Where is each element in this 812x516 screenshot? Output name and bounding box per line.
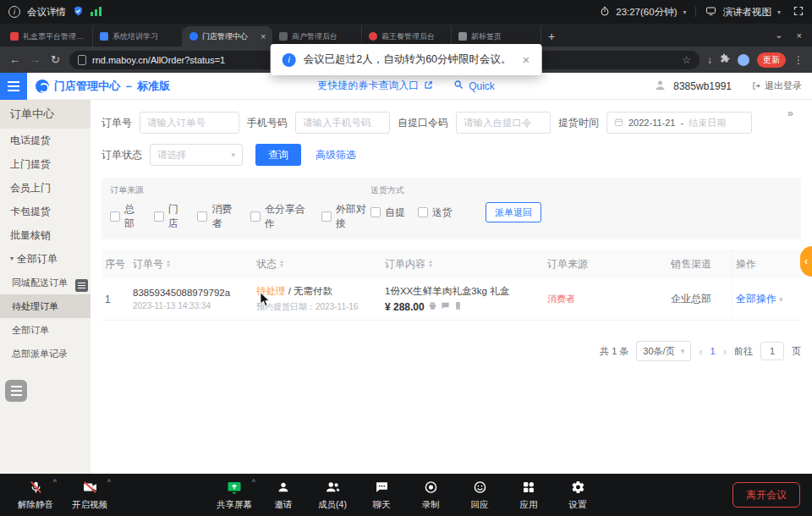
fullscreen-icon[interactable] bbox=[793, 6, 804, 18]
table-row[interactable]: 1 83859345088979792a 2023-11-13 14:33:34… bbox=[102, 278, 801, 321]
settings-button[interactable]: 设置 bbox=[554, 480, 601, 511]
window-close-icon[interactable]: × bbox=[797, 30, 802, 41]
external-link-icon[interactable] bbox=[424, 80, 433, 92]
browser-profile-avatar[interactable] bbox=[738, 54, 749, 66]
mic-options-caret-icon[interactable]: ^ bbox=[53, 478, 57, 486]
collapse-panel-icon[interactable]: » bbox=[787, 107, 793, 119]
sidebar-item-pending-orders[interactable]: 待处理订单 bbox=[0, 294, 91, 318]
share-screen-button[interactable]: 共享屏幕 ^ bbox=[211, 480, 258, 511]
col-header-content[interactable]: 订单内容▲▼ bbox=[381, 257, 544, 272]
toast-close-icon[interactable]: × bbox=[523, 52, 530, 67]
forward-icon[interactable]: → bbox=[29, 53, 41, 66]
browser-tab[interactable]: 礼盒票平台管理中心 bbox=[3, 26, 93, 47]
browser-tab-active[interactable]: 门店管理中心 × bbox=[183, 26, 272, 47]
meeting-info-icon[interactable]: i bbox=[8, 6, 20, 18]
share-options-caret-icon[interactable]: ^ bbox=[252, 478, 255, 486]
download-icon[interactable]: ↓ bbox=[707, 54, 712, 66]
browser-tab[interactable]: 系统培训学习 bbox=[93, 26, 183, 47]
network-signal-icon[interactable] bbox=[91, 6, 102, 18]
apps-button[interactable]: 应用 bbox=[505, 480, 552, 511]
checkbox-source-warehouse[interactable]: 仓分享合作 bbox=[250, 202, 309, 231]
checkbox-source-store[interactable]: 门店 bbox=[154, 202, 185, 231]
next-page-icon[interactable]: › bbox=[723, 345, 727, 358]
browser-update-button[interactable]: 更新 bbox=[757, 52, 786, 68]
sidebar-item-all-orders[interactable]: 全部订单 bbox=[0, 318, 91, 342]
checkbox-source-external[interactable]: 外部对接 bbox=[321, 202, 370, 231]
unmute-button[interactable]: 解除静音 ^ bbox=[12, 480, 59, 511]
sidebar-item-door-pickup[interactable]: 上门提货 bbox=[0, 152, 91, 176]
url-text: rnd.maboy.cn/AllOrder?status=1 bbox=[92, 55, 225, 65]
invite-button[interactable]: 邀请 bbox=[260, 480, 307, 511]
quick-search-label[interactable]: Quick bbox=[469, 80, 495, 92]
sidebar-item-hq-dispatch[interactable]: 总部派单记录 bbox=[0, 342, 91, 365]
sort-icon[interactable]: ▲▼ bbox=[428, 260, 433, 268]
quick-entry-link[interactable]: 更快捷的券卡查询入口 bbox=[317, 79, 419, 93]
tab-favicon bbox=[369, 32, 377, 41]
page-size-select[interactable]: 30条/页 ▾ bbox=[636, 341, 691, 361]
date-end-placeholder[interactable]: 结束日期 bbox=[689, 117, 726, 129]
row-actions-dropdown[interactable]: 全部操作 ▾ bbox=[736, 292, 783, 306]
sort-icon[interactable]: ▲▼ bbox=[166, 260, 171, 268]
prev-page-icon[interactable]: ‹ bbox=[699, 345, 702, 358]
date-range-picker[interactable]: 2022-11-21 - 结束日期 bbox=[606, 112, 752, 134]
checkbox-source-hq[interactable]: 总部 bbox=[110, 202, 141, 231]
tab-search-icon[interactable]: ⌄ bbox=[775, 30, 782, 41]
message-icon[interactable] bbox=[441, 301, 450, 313]
tab-favicon bbox=[10, 32, 19, 41]
members-button[interactable]: 成员(4) bbox=[309, 480, 356, 511]
order-no-input[interactable] bbox=[140, 112, 239, 134]
device-icon[interactable] bbox=[453, 301, 463, 313]
toast-message: 会议已超过2人，自动转为60分钟限时会议。 bbox=[304, 52, 512, 67]
security-shield-icon[interactable] bbox=[73, 5, 84, 19]
browser-menu-icon[interactable]: ⋮ bbox=[793, 54, 804, 66]
dispatch-return-button[interactable]: 派单退回 bbox=[486, 202, 541, 222]
chat-button[interactable]: 聊天 bbox=[358, 480, 405, 511]
phone-input[interactable] bbox=[295, 112, 390, 134]
timer-caret-icon[interactable]: ▾ bbox=[683, 8, 686, 16]
date-start-value[interactable]: 2022-11-21 bbox=[628, 118, 675, 128]
tab-favicon bbox=[279, 32, 288, 41]
sidebar-item-card-pickup[interactable]: 卡包提货 bbox=[0, 200, 91, 223]
drawer-handle[interactable]: ‹ bbox=[800, 246, 812, 277]
checkbox-delivery[interactable]: 送货 bbox=[418, 206, 453, 220]
advanced-filter-link[interactable]: 高级筛选 bbox=[315, 148, 356, 162]
col-header-order-no[interactable]: 订单号▲▼ bbox=[129, 257, 253, 272]
leave-meeting-button[interactable]: 离开会议 bbox=[732, 482, 800, 508]
sidebar-item-batch-verify[interactable]: 批量核销 bbox=[0, 223, 91, 247]
order-number[interactable]: 83859345088979792a bbox=[133, 288, 250, 298]
tab-close-icon[interactable]: × bbox=[261, 32, 266, 41]
order-status-select[interactable]: 请选择 ▾ bbox=[150, 144, 243, 166]
logout-button[interactable]: 退出登录 bbox=[752, 80, 802, 92]
start-video-button[interactable]: 开启视频 ^ bbox=[66, 480, 113, 511]
view-mode-label[interactable]: 演讲者视图 bbox=[722, 6, 771, 19]
search-icon[interactable] bbox=[453, 80, 464, 92]
checkbox-self-pickup[interactable]: 自提 bbox=[370, 206, 405, 220]
back-icon[interactable]: ← bbox=[8, 53, 21, 66]
username[interactable]: 8385wb1991 bbox=[673, 80, 732, 92]
new-tab-button[interactable]: + bbox=[541, 26, 562, 47]
current-page[interactable]: 1 bbox=[710, 346, 716, 356]
floating-menu-widget[interactable] bbox=[5, 380, 27, 402]
order-price: ¥ 288.00 bbox=[385, 301, 425, 313]
extensions-icon[interactable] bbox=[720, 53, 730, 66]
sort-icon[interactable]: ▲▼ bbox=[279, 260, 284, 268]
bookmark-star-icon[interactable]: ☆ bbox=[682, 54, 691, 66]
checkbox-source-consumer[interactable]: 消费者 bbox=[197, 202, 237, 231]
sidebar-item-phone-pickup[interactable]: 电话提货 bbox=[0, 129, 91, 152]
page-security-icon[interactable] bbox=[78, 55, 86, 65]
meeting-details-label[interactable]: 会议详情 bbox=[27, 6, 66, 19]
pickup-code-input[interactable] bbox=[456, 112, 551, 134]
record-button[interactable]: 录制 bbox=[407, 480, 454, 511]
goto-page-input[interactable] bbox=[760, 342, 784, 360]
col-header-status[interactable]: 状态▲▼ bbox=[253, 257, 381, 272]
menu-toggle-button[interactable] bbox=[0, 73, 27, 100]
refresh-icon[interactable]: ↻ bbox=[49, 53, 62, 66]
view-mode-caret-icon[interactable]: ▾ bbox=[777, 8, 781, 16]
sidebar-mini-toggle[interactable] bbox=[75, 279, 88, 292]
sidebar-item-member-visit[interactable]: 会员上门 bbox=[0, 176, 91, 200]
print-icon[interactable] bbox=[428, 301, 437, 313]
video-options-caret-icon[interactable]: ^ bbox=[107, 478, 111, 486]
query-button[interactable]: 查询 bbox=[255, 144, 301, 166]
sidebar-item-all-orders-group[interactable]: ▾ 全部订单 bbox=[0, 247, 91, 271]
react-button[interactable]: 回应 bbox=[456, 480, 503, 511]
